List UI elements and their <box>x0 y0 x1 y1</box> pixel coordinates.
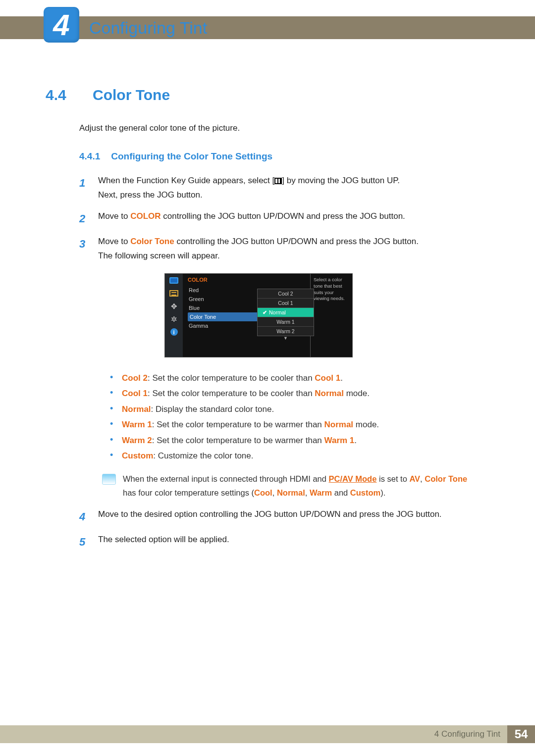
osd-help-text: Select a color tone that best suits your… <box>310 274 352 357</box>
osd-option: Warm 1 <box>258 317 314 327</box>
subsection-number: 4.4.1 <box>79 151 100 162</box>
bullet-icon: • <box>110 433 115 448</box>
bullet-text: Custom: Customize the color tone. <box>122 448 254 463</box>
step-text: The selected option will be applied. <box>98 533 482 551</box>
info-icon: i <box>169 328 179 336</box>
step-text: Move to the desired option controlling t… <box>98 507 482 526</box>
bullet-icon: • <box>110 386 115 401</box>
footer-band: 4 Configuring Tint 54 <box>0 725 535 743</box>
chapter-title: Configuring Tint <box>89 16 207 39</box>
note-icon <box>102 474 116 485</box>
osd-screenshot: ✥ ✲ i COLOR Red Green Blue Color Tone Ga… <box>164 273 353 357</box>
step-number: 2 <box>79 209 89 228</box>
list-icon <box>169 290 179 298</box>
osd-option-active: ✔Normal <box>258 308 314 317</box>
osd-option: Warm 2 <box>258 327 314 336</box>
footer-page-number: 54 <box>507 725 535 743</box>
gear-icon: ✲ <box>169 315 179 323</box>
bullet-icon: • <box>110 370 115 386</box>
step-text: Move to COLOR controlling the JOG button… <box>98 209 482 228</box>
bullet-text: Warm 2: Set the color temperature to be … <box>122 433 357 448</box>
osd-option: Cool 1 <box>258 299 314 308</box>
arrows-icon: ✥ <box>169 302 179 310</box>
bullet-text: Normal: Display the standard color tone. <box>122 402 274 417</box>
monitor-icon <box>169 277 179 285</box>
step-text: When the Function Key Guide appears, sel… <box>98 174 482 202</box>
section-title: Color Tone <box>93 87 170 103</box>
bullet-text: Cool 1: Set the color temperature to be … <box>122 386 370 401</box>
footer-chapter-label: 4 Configuring Tint <box>434 729 500 739</box>
step-text: Move to Color Tone controlling the JOG b… <box>98 235 482 263</box>
chapter-number-badge: 4 <box>44 7 79 43</box>
header-band <box>0 16 535 39</box>
bullet-icon: • <box>110 402 115 417</box>
note-text: When the external input is connected thr… <box>123 472 482 500</box>
step-number: 1 <box>79 174 89 202</box>
menu-icon <box>274 178 282 184</box>
bullet-icon: • <box>110 417 115 432</box>
step-number: 5 <box>79 533 89 551</box>
osd-option: Cool 2 <box>258 289 314 299</box>
step-number: 3 <box>79 235 89 263</box>
bullet-text: Warm 1: Set the color temperature to be … <box>122 417 379 432</box>
osd-dropdown: Cool 2 Cool 1 ✔Normal Warm 1 Warm 2 <box>257 289 314 336</box>
osd-title: COLOR <box>188 277 305 283</box>
bullet-icon: • <box>110 448 115 463</box>
bullet-text: Cool 2: Set the color temperature to be … <box>122 370 343 386</box>
section-intro: Adjust the general color tone of the pic… <box>79 123 482 133</box>
step-number: 4 <box>79 507 89 526</box>
subsection-title: Configuring the Color Tone Settings <box>111 151 272 162</box>
section-number: 4.4 <box>46 87 73 103</box>
chevron-down-icon: ▼ <box>257 336 314 341</box>
